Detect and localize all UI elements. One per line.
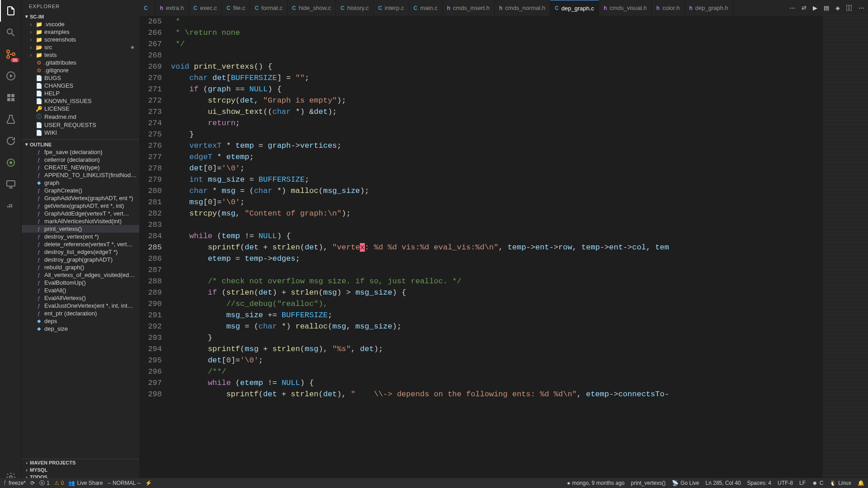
status-branch[interactable]: ᚶ freeze* [4,480,26,486]
status-blame[interactable]: ● mongo, 9 months ago [567,480,624,486]
tree-item-BUGS[interactable]: 📄BUGS [22,74,139,82]
outline-item[interactable]: ƒprint_vertexs() [22,225,139,233]
outline-item[interactable]: ƒCREATE_NEW(type) [22,164,139,171]
tab-format.c[interactable]: Cformat.c [250,0,288,16]
file-icon[interactable]: ▤ [824,5,829,11]
tree-item-examples[interactable]: ›📁examples [22,28,139,36]
diff-icon[interactable]: ◈ [835,5,840,11]
run-icon[interactable]: ▶ [813,5,817,11]
activity-refresh[interactable] [0,130,22,152]
tree-item-src[interactable]: ›📂src [22,43,139,51]
line-gutter: 2652662672682692702712722732742752762772… [139,16,171,488]
outline-item[interactable]: ƒGraphAddEdge(vertexT *, vert… [22,210,139,217]
outline-item[interactable]: ƒrebuild_graph() [22,263,139,271]
outline-item[interactable]: ƒdestroy_list_edges(edgeT *) [22,248,139,256]
status-position[interactable]: Ln 285, Col 40 [706,480,741,486]
tab-exec.c[interactable]: Cexec.c [189,0,222,16]
status-eol[interactable]: LF [799,480,806,486]
outline-item[interactable]: ƒAPPEND_TO_LINKLIST(firstNod… [22,171,139,179]
activity-remote[interactable] [0,174,22,195]
tab-interp.c[interactable]: Cinterp.c [373,0,409,16]
tree-item-CHANGES[interactable]: 📄CHANGES [22,82,139,89]
project-section-header[interactable]: ▾ SC-IM [22,13,139,20]
outline-item[interactable]: ƒGraphAddVertex(graphADT, ent *) [22,194,139,202]
tab-cmds_visual.h[interactable]: hcmds_visual.h [599,0,652,16]
explorer-sidebar: EXPLORER ▾ SC-IM ›📁.vscode›📁examples›📁sc… [22,0,139,488]
status-lang[interactable]: ☻ C [812,480,823,486]
outline-item[interactable]: ƒEvalAllVertexs() [22,294,139,302]
activity-extensions[interactable] [0,87,22,108]
tree-item-screenshots[interactable]: ›📁screenshots [22,36,139,43]
outline-item[interactable]: ƒent_ptr (declaration) [22,310,139,317]
outline-item[interactable]: ƒEvalJustOneVertex(ent *, int, int… [22,302,139,310]
outline-item[interactable]: ƒEvalAll() [22,286,139,294]
tree-item-USER_REQUESTS[interactable]: 📄USER_REQUESTS [22,121,139,129]
status-errors[interactable]: ⓧ 1 [39,479,50,487]
status-sync[interactable]: ⟳ [30,480,35,486]
status-bell-icon[interactable]: 🔔 [858,480,864,486]
tree-item-.gitattributes[interactable]: ⚙.gitattributes [22,59,139,66]
tree-item-WIKI[interactable]: 📄WIKI [22,129,139,136]
more-tabs-icon[interactable]: ⋯ [789,5,795,11]
collapsed-section-MYSQL[interactable]: ›MYSQL [22,466,139,474]
split-icon[interactable]: ⿲ [846,5,852,11]
chevron-down-icon: ▾ [24,141,30,147]
outline-item[interactable]: ◆dep_size [22,325,139,333]
svg-rect-6 [7,181,15,186]
outline-item[interactable]: ƒGraphCreate() [22,187,139,194]
activity-explorer[interactable] [0,0,22,22]
outline-item[interactable]: ƒcellerror (declaration) [22,156,139,164]
activity-test[interactable] [0,108,22,130]
tree-item-LICENSE[interactable]: 🔑LICENSE [22,105,139,113]
collapsed-section-MAVEN PROJECTS[interactable]: ›MAVEN PROJECTS [22,459,139,466]
tab-main.c[interactable]: Cmain.c [409,0,443,16]
tab-dep_graph.c[interactable]: Cdep_graph.c [550,0,599,16]
outline-item[interactable]: ƒfpe_save (declaration) [22,148,139,156]
overflow-icon[interactable]: ⋯ [859,5,864,11]
tab-actions: ⋯ ⇄ ▶ ▤ ◈ ⿲ ⋯ [786,0,868,16]
tree-item-tests[interactable]: ›📁tests [22,51,139,59]
status-golive[interactable]: 📡 Go Live [672,480,699,486]
tab-file.c[interactable]: Cfile.c [222,0,250,16]
status-function[interactable]: print_vertexs() [631,480,666,486]
editor-area: Chextra.hCexec.cCfile.cCformat.cChide_sh… [139,0,868,488]
editor-body[interactable]: 2652662672682692702712722732742752762772… [139,16,868,488]
tab-dep_graph.h[interactable]: hdep_graph.h [685,0,733,16]
minimap[interactable] [823,16,868,488]
tab-cmds_normal.h[interactable]: hcmds_normal.h [495,0,550,16]
outline-item[interactable]: ƒmarkAllVerticesNotVisited(int) [22,217,139,225]
activity-scm[interactable]: 55 [0,43,22,65]
status-spaces[interactable]: Spaces: 4 [747,480,771,486]
tree-item-.gitignore[interactable]: ⚙.gitignore [22,66,139,74]
tab-history.c[interactable]: Chistory.c [336,0,373,16]
tree-item-Readme.md[interactable]: ⓘReadme.md [22,113,139,121]
outline-item[interactable]: ƒAll_vertexs_of_edges_visited(ed… [22,271,139,279]
outline-item[interactable]: ◆graph [22,179,139,187]
tab-cmds_insert.h[interactable]: hcmds_insert.h [443,0,495,16]
status-liveshare[interactable]: 👥 Live Share [68,480,103,486]
outline-item[interactable]: ƒdelete_reference(vertexT *, vert… [22,240,139,248]
outline-item[interactable]: ƒEvalBottomUp() [22,279,139,286]
activity-search[interactable] [0,22,22,43]
tree-item-HELP[interactable]: 📄HELP [22,89,139,97]
activity-debug[interactable] [0,65,22,87]
activity-gitlens[interactable] [0,152,22,174]
outline-item[interactable]: ƒdestroy_vertex(ent *) [22,233,139,240]
status-warnings[interactable]: ⚠ 0 [54,480,64,486]
tree-item-.vscode[interactable]: ›📁.vscode [22,20,139,28]
status-bolt-icon[interactable]: ⚡ [145,480,152,486]
outline-section-header[interactable]: ▾ OUTLINE [22,139,139,148]
code-content[interactable]: * * \return none */void print_vertexs() … [171,16,823,488]
outline-item[interactable]: ƒgetVertex(graphADT, ent *, int) [22,202,139,210]
status-os[interactable]: 🐧 Linux [830,480,851,486]
outline-item[interactable]: ƒdestroy_graph(graphADT) [22,256,139,263]
tab-extra.h[interactable]: hextra.h [156,0,189,16]
tree-item-KNOWN_ISSUES[interactable]: 📄KNOWN_ISSUES [22,97,139,105]
tab-hide_show.c[interactable]: Chide_show.c [288,0,336,16]
outline-item[interactable]: ◆deps [22,317,139,325]
status-encoding[interactable]: UTF-8 [778,480,793,486]
tab-color.h[interactable]: hcolor.h [652,0,685,16]
compare-icon[interactable]: ⇄ [802,5,807,11]
tab-overflow[interactable]: C [139,0,156,16]
activity-docker[interactable] [0,195,22,217]
